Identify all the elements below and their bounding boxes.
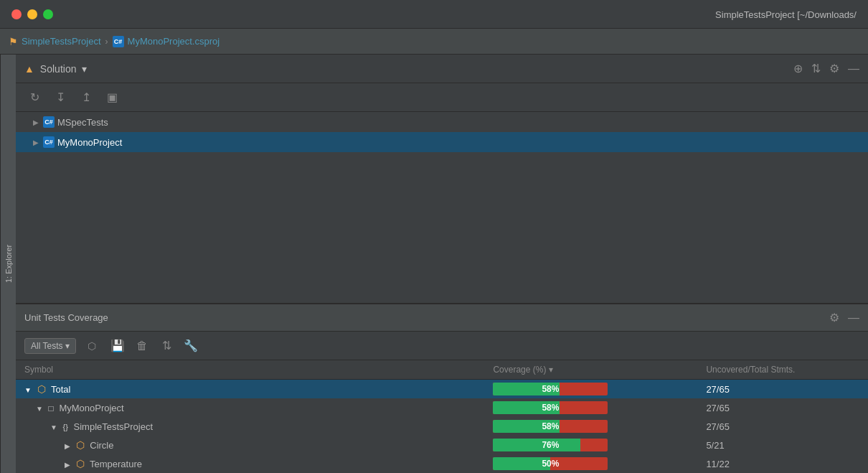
coverage-collapse-icon[interactable]: — [848, 311, 859, 324]
solution-left: ▲ Solution ▾ [24, 63, 87, 75]
tree-item-mymonoproject[interactable]: ▶ C# MyMonoProject [16, 132, 868, 152]
minimize-button[interactable] [27, 9, 37, 19]
tree-area: ▶ C# MSpecTests ▶ C# MyMonoProject [16, 112, 868, 303]
main-layout: 1: Explorer ▲ Solution ▾ ⊕ ⇅ ⚙ — ↻ ↧ ↥ ▣ [0, 55, 868, 473]
row-label: Total [51, 384, 70, 395]
table-row[interactable]: ▶ ⬡ Temperature 50% 11/22 [16, 454, 868, 473]
row-label: MyMonoProject [59, 403, 123, 413]
collapse-icon[interactable]: — [848, 62, 859, 75]
file-label: MyMonoProject.csproj [128, 36, 220, 47]
row-label: Circle [90, 440, 113, 451]
coverage-settings-icon[interactable]: ⚙ [829, 311, 839, 324]
row-arrow-icon: ▼ [50, 423, 57, 431]
symbol-cell: ▼ ⬡ Total [16, 380, 484, 399]
row-arrow-icon: ▶ [65, 442, 70, 450]
coverage-title: Unit Tests Coverage [24, 312, 108, 323]
refresh-button[interactable]: ↻ [24, 88, 44, 108]
filter-button[interactable]: ⇅ [156, 336, 176, 356]
braces-icon: {} [63, 423, 68, 431]
column-coverage[interactable]: Coverage (%) ▾ [484, 360, 697, 380]
file-csharp-icon: C# [113, 36, 124, 47]
uncovered-cell: 11/22 [697, 454, 868, 473]
all-tests-button[interactable]: All Tests ▾ [24, 338, 76, 354]
uncovered-cell: 27/65 [697, 417, 868, 436]
row-label: SimpleTestsProject [74, 421, 154, 432]
run-coverage-button[interactable]: ⬡ [80, 336, 103, 356]
coverage-label: 58% [493, 403, 608, 413]
table-header: Symbol Coverage (%) ▾ Uncovered/Total St… [16, 360, 868, 380]
symbol-cell: ▼ □ MyMonoProject [16, 398, 484, 417]
coverage-label: 50% [493, 459, 608, 469]
coverage-cell: 50% [484, 454, 697, 473]
project-label: SimpleTestsProject [22, 36, 101, 47]
column-uncovered: Uncovered/Total Stmts. [697, 360, 868, 380]
symbol-cell: ▶ ⬡ Circle [16, 436, 484, 454]
coverage-cell: 58% [484, 417, 697, 436]
sort-icon: ▾ [549, 365, 553, 375]
arrow-icon: ▶ [33, 139, 39, 146]
symbol-cell: ▶ ⬡ Temperature [16, 454, 484, 473]
tree-toolbar: ↻ ↧ ↥ ▣ [16, 83, 868, 112]
all-tests-label: All Tests [31, 341, 62, 351]
add-icon[interactable]: ⊕ [793, 62, 803, 75]
uncovered-cell: 5/21 [697, 436, 868, 454]
coverage-header: Unit Tests Coverage ⚙ — [16, 304, 868, 332]
row-arrow-icon: ▶ [65, 461, 70, 469]
table-row[interactable]: ▼ {} SimpleTestsProject 58% 27/65 [16, 417, 868, 436]
coverage-label: 76% [493, 440, 608, 450]
explorer-panel: ▲ Solution ▾ ⊕ ⇅ ⚙ — ↻ ↧ ↥ ▣ ▶ C# MSpecT… [16, 55, 868, 473]
row-label: Temperature [90, 459, 142, 469]
window-title: SimpleTestsProject [~/Downloads/ [715, 9, 857, 19]
title-bar: SimpleTestsProject [~/Downloads/ [0, 0, 868, 29]
tree-item-label: MyMonoProject [57, 137, 122, 148]
filter-icon[interactable]: ⇅ [811, 62, 821, 75]
breadcrumb: ⚑ SimpleTestsProject › C# MyMonoProject.… [0, 29, 868, 55]
dropdown-arrow-icon: ▾ [65, 341, 70, 351]
solution-toolbar: ▲ Solution ▾ ⊕ ⇅ ⚙ — [16, 55, 868, 83]
tree-item-label: MSpecTests [57, 117, 108, 128]
delete-button[interactable]: 🗑 [132, 336, 152, 356]
solution-triangle-icon: ▲ [24, 63, 34, 75]
breadcrumb-separator: › [105, 37, 108, 47]
solution-right: ⊕ ⇅ ⚙ — [793, 62, 859, 75]
coverage-table: Symbol Coverage (%) ▾ Uncovered/Total St… [16, 360, 868, 473]
csharp-icon: C# [43, 116, 55, 128]
traffic-lights [11, 9, 53, 19]
explorer-tab[interactable]: 1: Explorer [0, 55, 16, 473]
settings-icon[interactable]: ⚙ [829, 62, 839, 75]
coverage-cell: 76% [484, 436, 697, 454]
table-row[interactable]: ▼ ⬡ Total 58% 27/65 [16, 380, 868, 399]
csharp-icon: C# [43, 136, 55, 148]
folder-icon: □ [49, 403, 54, 413]
breadcrumb-file[interactable]: C# MyMonoProject.csproj [113, 36, 220, 47]
coverage-label: 58% [493, 384, 608, 394]
coverage-toolbar: All Tests ▾ ⬡ 💾 🗑 ⇅ 🔧 [16, 332, 868, 360]
coverage-cell: 58% [484, 398, 697, 417]
wrench-button[interactable]: 🔧 [181, 336, 201, 356]
coverage-label: 58% [493, 421, 608, 431]
collapse-button[interactable]: ↥ [76, 88, 96, 108]
row-arrow-icon: ▼ [36, 405, 43, 413]
symbol-cell: ▼ {} SimpleTestsProject [16, 417, 484, 436]
arrow-icon: ▶ [33, 118, 39, 126]
coverage-cell: 58% [484, 380, 697, 399]
save-button[interactable]: 💾 [108, 336, 128, 356]
breadcrumb-project[interactable]: ⚑ SimpleTestsProject [9, 36, 101, 47]
table-row[interactable]: ▼ □ MyMonoProject 58% 27/65 [16, 398, 868, 417]
class-icon: ⬡ [76, 439, 85, 451]
coverage-table-body: ▼ ⬡ Total 58% 27/65 [16, 380, 868, 474]
solution-label: Solution [40, 63, 77, 75]
view-button[interactable]: ▣ [102, 88, 122, 108]
uncovered-cell: 27/65 [697, 398, 868, 417]
uncovered-cell: 27/65 [697, 380, 868, 399]
column-symbol: Symbol [16, 360, 484, 380]
table-row[interactable]: ▶ ⬡ Circle 76% 5/21 [16, 436, 868, 454]
tree-item-mspectests[interactable]: ▶ C# MSpecTests [16, 112, 868, 132]
project-icon: ⚑ [9, 36, 18, 47]
maximize-button[interactable] [43, 9, 53, 19]
close-button[interactable] [11, 9, 22, 19]
row-icon: ⬡ [37, 383, 46, 395]
row-arrow-icon: ▼ [24, 386, 32, 394]
solution-dropdown-icon[interactable]: ▾ [82, 63, 87, 75]
expand-button[interactable]: ↧ [50, 88, 70, 108]
